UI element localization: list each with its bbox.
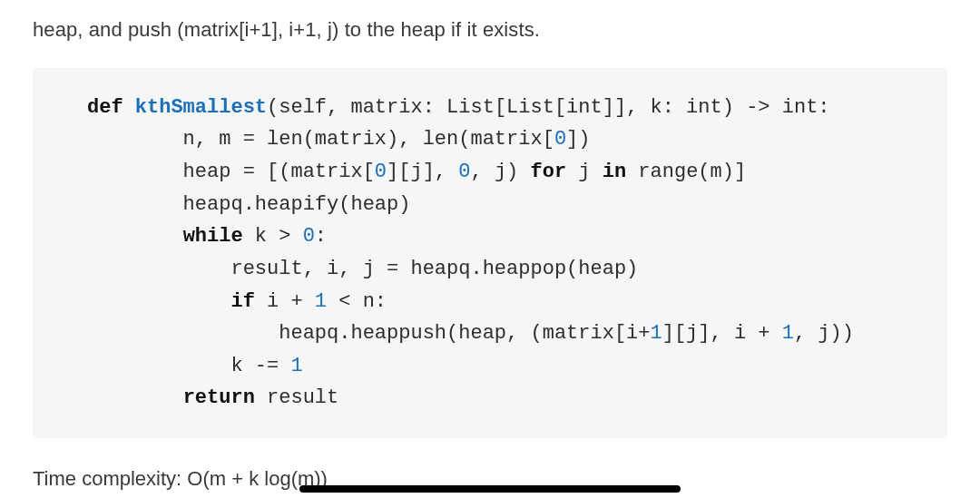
code-text: k > [243,225,303,248]
function-name: kthSmallest [135,96,267,119]
code-text: result [255,386,338,409]
code-text: , j)) [794,322,854,345]
code-text: heap = [(matrix[ [87,161,375,183]
code-text: j [566,161,603,183]
code-number: 1 [651,322,662,345]
code-text: range(m)] [626,161,746,183]
code-text: k -= [87,355,290,377]
code-text: : [315,225,327,248]
code-number: 1 [782,322,794,345]
code-text: ][j], [387,161,458,183]
code-text: (self, matrix: List[List[int]], k: int) … [267,96,830,119]
code-text: i + [255,290,315,313]
code-text: < n: [327,290,387,313]
code-text: , j) [470,161,530,183]
code-text: ]) [566,128,590,151]
code-text: heapq.heappush(heap, (matrix[i+ [87,322,651,345]
keyword-in: in [603,161,626,183]
code-number: 1 [315,290,327,313]
code-number: 0 [554,128,566,151]
code-number: 0 [375,161,387,183]
intro-paragraph: heap, and push (matrix[i+1], i+1, j) to … [33,16,947,44]
home-indicator [299,485,681,493]
keyword-def: def [87,96,123,119]
code-text: n, m = len(matrix), len(matrix[ [87,128,554,151]
code-text: heapq.heapify(heap) [87,193,410,216]
keyword-return: return [183,386,255,409]
code-block: def kthSmallest(self, matrix: List[List[… [33,68,947,438]
keyword-while: while [183,225,243,248]
keyword-for: for [531,161,567,183]
code-number: 1 [290,355,302,377]
code-text: ][j], i + [662,322,782,345]
code-number: 0 [303,225,315,248]
code-text: result, i, j = heapq.heappop(heap) [87,258,638,280]
keyword-if: if [230,290,254,313]
code-number: 0 [458,161,470,183]
